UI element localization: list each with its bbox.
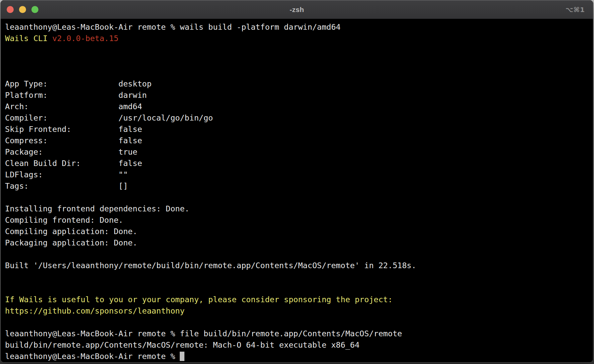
empty-line — [5, 248, 591, 260]
cursor-block — [180, 352, 184, 361]
built-line: Built '/Users/leaanthony/remote/build/bi… — [5, 260, 591, 271]
prompt-text: leaanthony@Leas-MacBook-Air remote % — [5, 352, 180, 361]
progress-line: Installing frontend dependencies: Done. — [5, 203, 591, 214]
window-title: -zsh — [290, 6, 304, 14]
config-label: App Type: — [5, 78, 119, 89]
config-label: LDFlags: — [5, 169, 119, 180]
config-label: Clean Build Dir: — [5, 158, 119, 169]
file-output-line: build/bin/remote.app/Contents/MacOS/remo… — [5, 339, 591, 351]
prompt-line: leaanthony@Leas-MacBook-Air remote % — [5, 351, 591, 362]
version-label: v2.0.0-beta.15 — [52, 34, 118, 43]
config-label: Package: — [5, 146, 119, 158]
config-value: false — [119, 136, 142, 145]
sponsor-url-line: https://github.com/sponsors/leaanthony — [5, 305, 591, 317]
wails-cli-label: Wails CLI — [5, 34, 52, 43]
config-row: App Type:desktop — [5, 78, 591, 89]
config-value: /usr/local/go/bin/go — [119, 113, 213, 123]
config-label: Tags: — [5, 180, 119, 192]
config-value: true — [119, 147, 138, 157]
config-label: Compiler: — [5, 112, 119, 124]
empty-line — [5, 283, 591, 294]
empty-line — [5, 44, 591, 55]
config-row: Compiler:/usr/local/go/bin/go — [5, 112, 591, 124]
empty-line — [5, 317, 591, 328]
zoom-button[interactable] — [31, 6, 38, 13]
config-row: Arch:amd64 — [5, 101, 591, 112]
progress-line: Packaging application: Done. — [5, 237, 591, 248]
empty-line — [5, 67, 591, 78]
config-value: amd64 — [119, 102, 142, 111]
config-label: Platform: — [5, 89, 119, 101]
config-value: false — [119, 159, 142, 168]
terminal-window: -zsh ⌥⌘1 leaanthony@Leas-MacBook-Air rem… — [0, 0, 593, 363]
tab-shortcut-label: ⌥⌘1 — [565, 0, 585, 19]
empty-line — [5, 192, 591, 203]
empty-line — [5, 271, 591, 283]
config-label: Compress: — [5, 135, 119, 146]
config-row: Compress:false — [5, 135, 591, 146]
sponsor-message-line: If Wails is useful to you or your compan… — [5, 294, 591, 305]
empty-line — [5, 55, 591, 67]
config-row: Platform:darwin — [5, 89, 591, 101]
file-command-line: leaanthony@Leas-MacBook-Air remote % fil… — [5, 328, 591, 339]
config-value: darwin — [119, 90, 147, 100]
banner-line: Wails CLI v2.0.0-beta.15 — [5, 33, 591, 44]
config-row: Tags:[] — [5, 180, 591, 192]
config-value: desktop — [119, 79, 152, 88]
config-row: Clean Build Dir:false — [5, 158, 591, 169]
progress-line: Compiling application: Done. — [5, 226, 591, 237]
terminal-screen[interactable]: leaanthony@Leas-MacBook-Air remote % wai… — [1, 19, 593, 362]
config-value: "" — [119, 170, 128, 179]
build-command-line: leaanthony@Leas-MacBook-Air remote % wai… — [5, 21, 591, 33]
config-label: Skip Frontend: — [5, 124, 119, 135]
config-row: Skip Frontend:false — [5, 124, 591, 135]
config-row: LDFlags:"" — [5, 169, 591, 180]
config-label: Arch: — [5, 101, 119, 112]
progress-line: Compiling frontend: Done. — [5, 214, 591, 226]
config-value: [] — [119, 181, 128, 191]
traffic-lights — [7, 0, 38, 19]
close-button[interactable] — [7, 6, 14, 13]
config-row: Package:true — [5, 146, 591, 158]
minimize-button[interactable] — [19, 6, 26, 13]
titlebar[interactable]: -zsh ⌥⌘1 — [1, 0, 593, 19]
config-value: false — [119, 125, 142, 134]
